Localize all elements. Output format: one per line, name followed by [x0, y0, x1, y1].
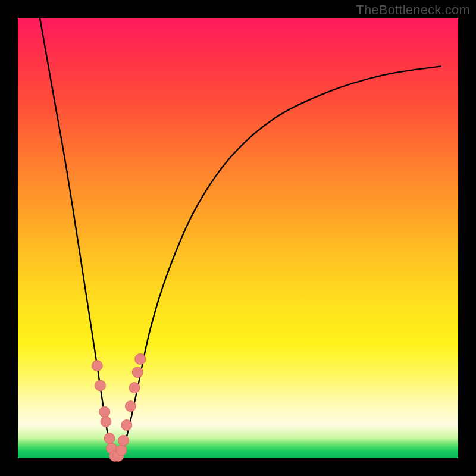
plot-area — [18, 18, 458, 458]
marker-dots-group — [92, 354, 146, 462]
marker-dot — [101, 416, 111, 427]
marker-dot — [125, 401, 136, 412]
marker-dot — [135, 354, 146, 365]
chart-stage: TheBottleneck.com — [0, 0, 476, 476]
watermark-text: TheBottleneck.com — [356, 2, 470, 18]
marker-dot — [104, 433, 115, 444]
marker-dot — [118, 435, 129, 446]
marker-dot — [129, 383, 140, 393]
marker-dot — [132, 367, 143, 378]
marker-dot — [95, 380, 105, 391]
marker-dot — [92, 361, 102, 371]
chart-svg — [18, 18, 458, 458]
marker-dot — [121, 420, 132, 431]
bottleneck-curve — [40, 18, 440, 458]
marker-dot — [99, 406, 110, 417]
marker-dot — [116, 445, 127, 456]
